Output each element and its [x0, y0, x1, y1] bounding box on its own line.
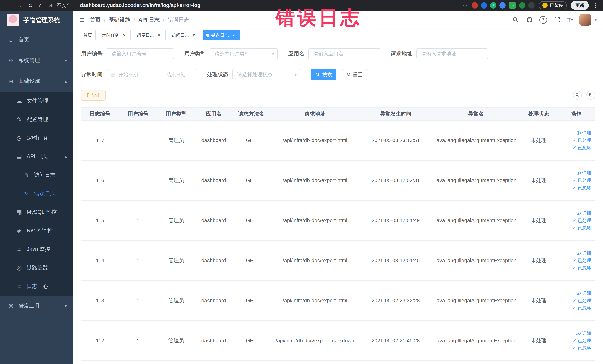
sidebar-item-java-monitor[interactable]: ☕Java 监控 [0, 240, 73, 258]
reload-icon[interactable]: ↻ [28, 2, 33, 9]
action-processed-link[interactable]: ✓已处理 [573, 137, 591, 143]
search-button[interactable]: 搜索 [311, 69, 336, 80]
sidebar-item-scheduled-job[interactable]: ◷定时任务 [0, 129, 73, 147]
action-processed-link[interactable]: ✓已处理 [573, 298, 591, 304]
sidebar-item-system[interactable]: ⚙系统管理▾ [0, 50, 73, 71]
action-detail-link[interactable]: 详细 [576, 290, 591, 296]
action-detail-link[interactable]: 详细 [576, 130, 591, 136]
extension-red-icon[interactable] [472, 2, 478, 9]
breadcrumb-item[interactable]: 基础设施 [109, 16, 130, 23]
trace-icon: ◎ [16, 264, 23, 271]
tab-label: 定时任务 [102, 32, 120, 38]
request-url-label: 请求地址 [391, 50, 412, 58]
extension-blue-drop-icon[interactable] [481, 2, 487, 9]
process-status-select[interactable]: 请选择处理状态 ▾ [232, 69, 301, 80]
sidebar-item-config-manage[interactable]: ✎配置管理 [0, 110, 73, 129]
tab-错误日志[interactable]: 错误日志× [203, 30, 240, 40]
close-icon[interactable]: × [191, 33, 197, 38]
hamburger-icon[interactable]: ≡ [80, 16, 84, 24]
action-ignored-link[interactable]: ✓已忽略 [573, 185, 591, 191]
sidebar-item-label: Redis 监控 [27, 227, 53, 234]
action-detail-link[interactable]: 详细 [576, 210, 591, 216]
action-processed-link[interactable]: ✓已处理 [573, 177, 591, 183]
back-icon[interactable]: ← [4, 2, 10, 9]
extension-dark-paw-icon[interactable] [528, 2, 534, 9]
sidebar-item-log-center[interactable]: ≡日志中心 [0, 277, 73, 295]
help-icon[interactable]: ? [539, 16, 547, 24]
request-url-input[interactable] [416, 48, 488, 59]
breadcrumb-item[interactable]: API 日志 [139, 16, 160, 23]
table-cell: 117 [81, 120, 119, 160]
tab-首页[interactable]: 首页 [80, 30, 96, 40]
action-ignored-link[interactable]: ✓已忽略 [573, 145, 591, 151]
export-button[interactable]: ↧ 导出 [81, 90, 106, 101]
sidebar-item-api-log[interactable]: ▤API 日志▴ [0, 147, 73, 166]
action-processed-link[interactable]: ✓已处理 [573, 258, 591, 263]
app-name-input[interactable] [308, 48, 380, 59]
bookmark-star-icon[interactable]: ☆ [463, 2, 467, 9]
fullscreen-icon[interactable] [554, 16, 561, 23]
action-ignored-link[interactable]: ✓已忽略 [573, 265, 591, 271]
refresh-table-button[interactable]: ↻ [586, 91, 595, 100]
action-detail-link[interactable]: 详细 [576, 170, 591, 176]
action-processed-link[interactable]: ✓已处理 [573, 338, 591, 344]
table-cell: dashboard [195, 160, 232, 200]
browser-menu-icon[interactable]: ⋮ [593, 2, 599, 9]
update-button[interactable]: 更新 [571, 1, 589, 10]
font-size-icon[interactable]: TT [567, 16, 573, 23]
sidebar-item-dev-tools[interactable]: ⚒研发工具▾ [0, 295, 73, 316]
breadcrumb: 首页/基础设施/API 日志/错误日志 [90, 16, 189, 23]
table-cell: 113 [81, 281, 119, 321]
action-detail-link[interactable]: 详细 [576, 250, 591, 256]
action-ignored-link[interactable]: ✓已忽略 [573, 345, 591, 351]
address-bar[interactable]: ⚠ 不安全 dashboard.yudao.iocoder.cn/infra/l… [49, 2, 460, 9]
user-type-select[interactable]: 请选择用户类型 ▾ [210, 48, 278, 59]
date-range-picker[interactable]: ▦ 开始日期 - 结束日期 [107, 69, 197, 80]
action-ignored-link[interactable]: ✓已忽略 [573, 225, 591, 231]
sidebar-item-link-trace[interactable]: ◎链路追踪 [0, 258, 73, 277]
column-header: 操作 [557, 107, 595, 120]
extension-leaf-icon[interactable] [519, 2, 525, 9]
sidebar-item-file-manage[interactable]: ☁文件管理 [0, 92, 73, 110]
table-cell: 2021-05-03 12:02:31 [359, 160, 431, 200]
paused-badge[interactable]: 已暂停 [539, 1, 567, 10]
extension-icons: Yon [472, 2, 534, 9]
tab-定时任务[interactable]: 定时任务× [98, 30, 131, 40]
github-icon[interactable] [526, 16, 533, 23]
toggle-search-button[interactable] [573, 91, 582, 100]
header-search-icon[interactable] [512, 16, 519, 23]
close-icon[interactable]: × [121, 33, 127, 38]
action-ignored-link[interactable]: ✓已忽略 [573, 305, 591, 311]
user-avatar[interactable] [580, 14, 591, 26]
sidebar-item-error-log[interactable]: ✎错误日志 [0, 184, 73, 203]
extension-green-on-icon[interactable]: on [509, 2, 516, 9]
tab-bar: 首页定时任务×调度日志×访问日志×错误日志× [73, 29, 603, 42]
column-header: 用户编号 [119, 107, 157, 120]
forward-icon[interactable]: → [16, 2, 22, 9]
sidebar-item-redis-monitor[interactable]: ◈Redis 监控 [0, 221, 73, 240]
action-detail-link[interactable]: 详细 [576, 330, 591, 336]
action-processed-link[interactable]: ✓已处理 [573, 218, 591, 223]
extension-blue-grid-icon[interactable] [499, 2, 506, 9]
sidebar-item-access-log[interactable]: ✎访问日志 [0, 166, 73, 184]
sidebar-item-home[interactable]: ⌂首页 [0, 29, 73, 50]
sidebar-item-mysql-monitor[interactable]: ▦MySQL 监控 [0, 203, 73, 221]
url-text[interactable]: dashboard.yudao.iocoder.cn/infra/log/api… [80, 3, 201, 8]
extension-green-y-icon[interactable]: Y [490, 2, 496, 9]
avatar-caret-icon[interactable]: ▾ [595, 17, 597, 22]
table-cell: 1 [119, 281, 157, 321]
close-icon[interactable]: × [231, 33, 236, 38]
log-center-icon: ≡ [16, 283, 23, 290]
tab-访问日志[interactable]: 访问日志× [168, 30, 200, 40]
logo-row[interactable]: 芋道管理系统 [0, 11, 73, 29]
reset-button[interactable]: ↻ 重置 [342, 69, 367, 80]
table-cell: 未处理 [520, 281, 557, 321]
breadcrumb-item[interactable]: 首页 [90, 16, 101, 23]
browser-home-icon[interactable]: ⌂ [39, 2, 42, 9]
close-icon[interactable]: × [156, 33, 162, 38]
user-id-input[interactable] [107, 48, 174, 59]
sidebar-item-infra[interactable]: ⊞基础设施▴ [0, 71, 73, 92]
sidebar-item-label: 研发工具 [19, 302, 40, 310]
table-cell: 112 [81, 321, 119, 361]
tab-调度日志[interactable]: 调度日志× [133, 30, 165, 40]
